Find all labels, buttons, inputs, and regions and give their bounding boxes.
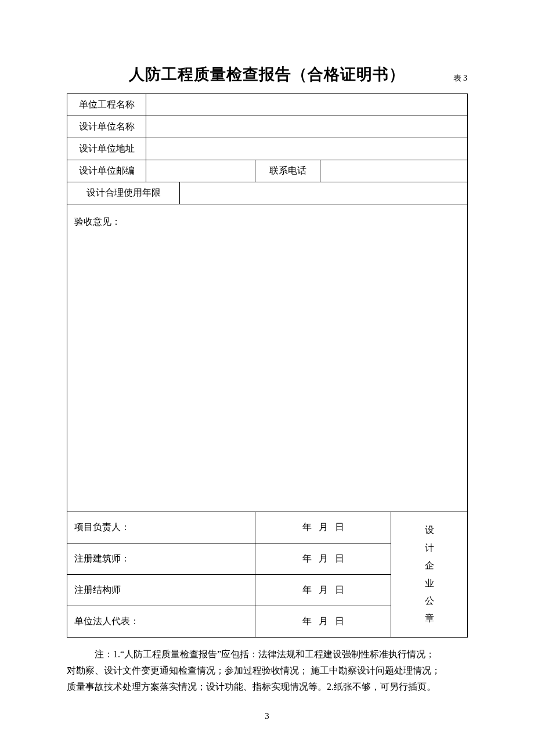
- reg-structural-date: 年月日: [255, 575, 391, 606]
- project-lead-label: 项目负责人：: [67, 512, 255, 543]
- design-unit-name-value: [146, 116, 468, 138]
- design-unit-zip-value: [146, 160, 255, 182]
- design-unit-addr-value: [146, 138, 468, 160]
- design-unit-zip-label: 设计单位邮编: [67, 160, 146, 182]
- table-number: 表 3: [453, 73, 468, 84]
- acceptance-opinion-label: 验收意见：: [74, 217, 121, 226]
- contact-phone-label: 联系电话: [255, 160, 320, 182]
- contact-phone-value: [320, 160, 468, 182]
- legal-rep-label: 单位法人代表：: [67, 606, 255, 638]
- reg-architect-label: 注册建筑师：: [67, 543, 255, 575]
- design-unit-addr-label: 设计单位地址: [67, 138, 146, 160]
- design-unit-name-label: 设计单位名称: [67, 116, 146, 138]
- reg-architect-date: 年月日: [255, 543, 391, 575]
- design-company-stamp: 设 计 企 业 公 章: [391, 512, 468, 638]
- acceptance-opinion: 验收意见：: [67, 204, 468, 512]
- project-lead-date: 年月日: [255, 512, 391, 543]
- design-life-label: 设计合理使用年限: [67, 182, 180, 204]
- page-title: 人防工程质量检查报告（合格证明书）: [67, 64, 467, 85]
- unit-project-name-label: 单位工程名称: [67, 94, 146, 116]
- unit-project-name-value: [146, 94, 468, 116]
- page-number: 3: [0, 711, 534, 721]
- design-life-value: [180, 182, 468, 204]
- note-text: 注：1.“人防工程质量检查报告”应包括：法律法规和工程建设强制性标准执行情况； …: [67, 646, 467, 695]
- legal-rep-date: 年月日: [255, 606, 391, 638]
- reg-structural-label: 注册结构师: [67, 575, 255, 606]
- form-table: 单位工程名称 设计单位名称 设计单位地址 设计单位邮编 联系电话 设计合理使用年…: [67, 93, 468, 638]
